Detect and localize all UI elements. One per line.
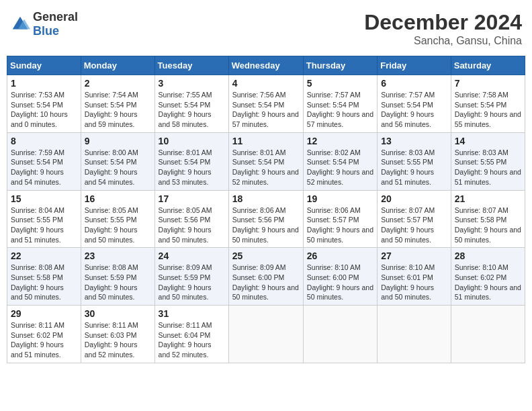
day-number: 15 [11,193,77,204]
logo-general-text: General [33,10,78,24]
day-cell: 29Sunrise: 8:11 AMSunset: 6:02 PMDayligh… [7,306,81,363]
day-detail: Sunrise: 7:56 AMSunset: 5:54 PMDaylight:… [232,90,300,130]
day-cell [378,306,451,363]
day-detail: Sunrise: 8:06 AMSunset: 5:57 PMDaylight:… [307,205,373,245]
day-detail: Sunrise: 8:03 AMSunset: 5:55 PMDaylight:… [455,148,521,187]
day-detail: Sunrise: 8:11 AMSunset: 6:02 PMDaylight:… [11,320,77,360]
day-cell: 26Sunrise: 8:10 AMSunset: 6:00 PMDayligh… [303,248,377,306]
week-row-4: 22Sunrise: 8:08 AMSunset: 5:58 PMDayligh… [7,248,525,306]
week-row-3: 15Sunrise: 8:04 AMSunset: 5:55 PMDayligh… [7,190,525,248]
week-row-5: 29Sunrise: 8:11 AMSunset: 6:02 PMDayligh… [7,306,525,363]
day-number: 5 [307,78,373,89]
day-cell: 27Sunrise: 8:10 AMSunset: 6:01 PMDayligh… [378,248,451,306]
day-detail: Sunrise: 8:10 AMSunset: 6:02 PMDaylight:… [455,263,521,302]
day-cell: 22Sunrise: 8:08 AMSunset: 5:58 PMDayligh… [7,248,81,306]
week-row-1: 1Sunrise: 7:53 AMSunset: 5:54 PMDaylight… [7,75,525,133]
day-detail: Sunrise: 8:10 AMSunset: 6:00 PMDaylight:… [307,263,373,302]
day-cell: 7Sunrise: 7:58 AMSunset: 5:54 PMDaylight… [451,75,525,133]
day-cell: 13Sunrise: 8:03 AMSunset: 5:55 PMDayligh… [378,132,451,190]
day-number: 9 [85,136,151,146]
day-number: 30 [85,308,151,319]
day-cell: 15Sunrise: 8:04 AMSunset: 5:55 PMDayligh… [7,190,81,248]
day-number: 31 [159,308,225,319]
page-header: General Blue December 2024 Sancha, Gansu… [7,7,525,50]
day-number: 21 [455,193,521,204]
day-detail: Sunrise: 7:57 AMSunset: 5:54 PMDaylight:… [307,90,373,130]
day-cell: 24Sunrise: 8:09 AMSunset: 5:59 PMDayligh… [154,248,228,306]
logo-icon [10,14,30,34]
day-cell: 16Sunrise: 8:05 AMSunset: 5:55 PMDayligh… [81,190,154,248]
weekday-header-row: SundayMondayTuesdayWednesdayThursdayFrid… [7,56,525,75]
day-detail: Sunrise: 8:03 AMSunset: 5:55 PMDaylight:… [381,148,447,187]
day-detail: Sunrise: 8:11 AMSunset: 6:04 PMDaylight:… [159,320,225,360]
day-detail: Sunrise: 8:07 AMSunset: 5:58 PMDaylight:… [455,205,521,245]
day-detail: Sunrise: 8:08 AMSunset: 5:59 PMDaylight:… [85,263,151,302]
day-number: 22 [11,250,77,261]
day-cell: 19Sunrise: 8:06 AMSunset: 5:57 PMDayligh… [303,190,377,248]
day-number: 24 [159,250,225,261]
location-title: Sancha, Gansu, China [364,35,522,47]
title-section: December 2024 Sancha, Gansu, China [364,10,522,47]
day-cell: 5Sunrise: 7:57 AMSunset: 5:54 PMDaylight… [303,75,377,133]
day-number: 25 [232,250,300,261]
weekday-header-wednesday: Wednesday [228,56,303,75]
day-number: 7 [455,78,521,89]
day-detail: Sunrise: 8:04 AMSunset: 5:55 PMDaylight:… [11,205,77,245]
day-number: 6 [381,78,447,89]
day-cell: 3Sunrise: 7:55 AMSunset: 5:54 PMDaylight… [154,75,228,133]
day-detail: Sunrise: 8:11 AMSunset: 6:03 PMDaylight:… [85,320,151,360]
day-number: 8 [11,136,77,146]
day-cell: 8Sunrise: 7:59 AMSunset: 5:54 PMDaylight… [7,132,81,190]
day-detail: Sunrise: 8:09 AMSunset: 5:59 PMDaylight:… [159,263,225,302]
day-detail: Sunrise: 8:00 AMSunset: 5:54 PMDaylight:… [85,148,151,187]
day-cell: 14Sunrise: 8:03 AMSunset: 5:55 PMDayligh… [451,132,525,190]
day-detail: Sunrise: 7:59 AMSunset: 5:54 PMDaylight:… [11,148,77,187]
day-detail: Sunrise: 8:05 AMSunset: 5:56 PMDaylight:… [159,205,225,245]
day-cell: 23Sunrise: 8:08 AMSunset: 5:59 PMDayligh… [81,248,154,306]
day-number: 13 [381,136,447,146]
day-detail: Sunrise: 8:10 AMSunset: 6:01 PMDaylight:… [381,263,447,302]
day-cell [228,306,303,363]
day-cell: 17Sunrise: 8:05 AMSunset: 5:56 PMDayligh… [154,190,228,248]
day-number: 28 [455,250,521,261]
calendar-table: SundayMondayTuesdayWednesdayThursdayFrid… [7,56,525,363]
day-cell: 1Sunrise: 7:53 AMSunset: 5:54 PMDaylight… [7,75,81,133]
logo: General Blue [10,10,78,38]
weekday-header-thursday: Thursday [303,56,377,75]
day-number: 20 [381,193,447,204]
day-detail: Sunrise: 7:55 AMSunset: 5:54 PMDaylight:… [159,90,225,130]
day-detail: Sunrise: 7:54 AMSunset: 5:54 PMDaylight:… [85,90,151,130]
day-detail: Sunrise: 8:08 AMSunset: 5:58 PMDaylight:… [11,263,77,302]
day-number: 18 [232,193,300,204]
day-number: 1 [11,78,77,89]
day-detail: Sunrise: 8:02 AMSunset: 5:54 PMDaylight:… [307,148,373,187]
day-cell: 6Sunrise: 7:57 AMSunset: 5:54 PMDaylight… [378,75,451,133]
day-cell: 30Sunrise: 8:11 AMSunset: 6:03 PMDayligh… [81,306,154,363]
day-number: 10 [159,136,225,146]
day-number: 16 [85,193,151,204]
day-detail: Sunrise: 7:58 AMSunset: 5:54 PMDaylight:… [455,90,521,130]
day-detail: Sunrise: 7:57 AMSunset: 5:54 PMDaylight:… [381,90,447,130]
day-number: 26 [307,250,373,261]
day-number: 19 [307,193,373,204]
day-detail: Sunrise: 8:01 AMSunset: 5:54 PMDaylight:… [159,148,225,187]
day-number: 17 [159,193,225,204]
day-cell: 18Sunrise: 8:06 AMSunset: 5:56 PMDayligh… [228,190,303,248]
day-detail: Sunrise: 8:06 AMSunset: 5:56 PMDaylight:… [232,205,300,245]
day-number: 11 [232,136,300,146]
day-cell: 28Sunrise: 8:10 AMSunset: 6:02 PMDayligh… [451,248,525,306]
day-cell: 21Sunrise: 8:07 AMSunset: 5:58 PMDayligh… [451,190,525,248]
day-number: 29 [11,308,77,319]
logo-blue-text: Blue [33,24,59,38]
day-cell: 4Sunrise: 7:56 AMSunset: 5:54 PMDaylight… [228,75,303,133]
week-row-2: 8Sunrise: 7:59 AMSunset: 5:54 PMDaylight… [7,132,525,190]
day-cell: 9Sunrise: 8:00 AMSunset: 5:54 PMDaylight… [81,132,154,190]
day-number: 4 [232,78,300,89]
weekday-header-monday: Monday [81,56,154,75]
day-cell: 12Sunrise: 8:02 AMSunset: 5:54 PMDayligh… [303,132,377,190]
day-number: 12 [307,136,373,146]
day-cell [303,306,377,363]
day-number: 3 [159,78,225,89]
day-cell [451,306,525,363]
day-cell: 2Sunrise: 7:54 AMSunset: 5:54 PMDaylight… [81,75,154,133]
